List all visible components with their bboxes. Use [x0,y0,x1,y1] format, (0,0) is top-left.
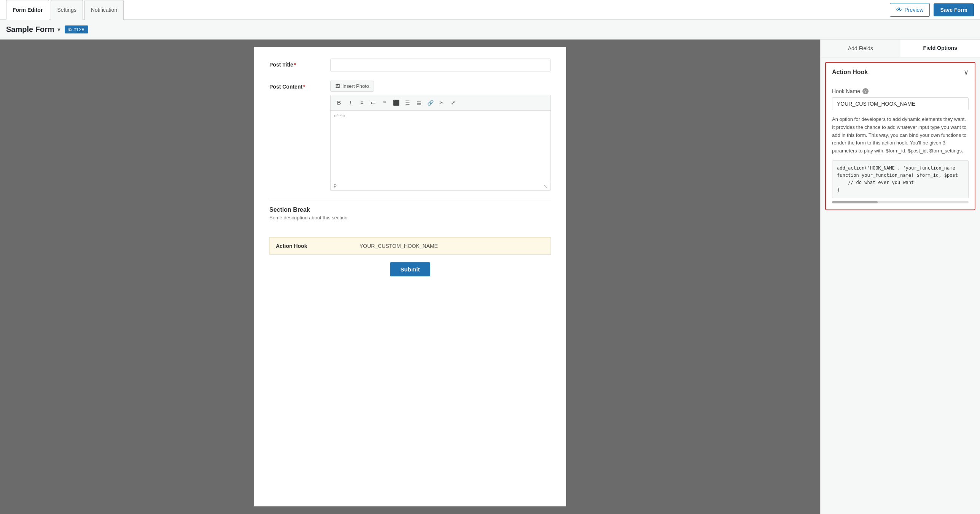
form-canvas: Post Title* Post Content* 🖼 Insert Photo [254,47,566,506]
section-divider [269,200,551,200]
panel-header: Action Hook ∨ [826,63,975,82]
help-icon[interactable]: ? [862,88,869,94]
align-right-button[interactable]: ▤ [414,97,424,108]
align-left-button[interactable]: ⬛ [391,97,401,108]
main-layout: Post Title* Post Content* 🖼 Insert Photo [0,40,980,514]
right-sidebar: Add Fields Field Options Action Hook ∨ H… [820,40,980,514]
post-title-field: Post Title* [269,59,551,71]
unlink-button[interactable]: ✂ [436,97,447,108]
required-indicator-2: * [303,84,305,90]
undo-button[interactable]: ↩ [334,112,339,119]
post-title-label: Post Title* [269,59,330,68]
panel-collapse-button[interactable]: ∨ [964,68,969,76]
hook-name-label: Hook Name ? [832,88,969,94]
section-break: Section Break Some description about thi… [269,200,551,228]
top-navigation: Form Editor Settings Notification 👁 Prev… [0,0,980,20]
sidebar-tab-bar: Add Fields Field Options [821,40,980,57]
rte-insert-area: 🖼 Insert Photo [330,81,551,92]
photo-icon: 🖼 [335,83,340,89]
panel-title: Action Hook [832,69,868,76]
rich-text-editor: B I ≡ ≔ ❝ ⬛ ☰ ▤ 🔗 ✂ ⤢ [330,95,551,191]
hook-description: An option for developers to add dynamic … [832,116,969,155]
action-hook-row-label: Action Hook [276,243,360,249]
eye-icon: 👁 [896,6,902,13]
unordered-list-button[interactable]: ≡ [356,97,367,108]
action-hook-panel: Action Hook ∨ Hook Name ? An option for … [825,62,975,210]
blockquote-button[interactable]: ❝ [379,97,390,108]
panel-body: Hook Name ? An option for developers to … [826,82,975,209]
code-scrollbar-thumb [832,201,878,203]
copy-icon: ⧉ [68,27,72,32]
header-actions: 👁 Preview Save Form [890,3,974,17]
tab-notification[interactable]: Notification [84,0,124,20]
section-break-title: Section Break [269,206,551,213]
insert-photo-label: Insert Photo [342,83,369,89]
code-line-1: add_action('HOOK_NAME', 'your_function_n… [837,165,964,172]
action-hook-row-value: YOUR_CUSTOM_HOOK_NAME [360,243,438,249]
rte-resize-handle[interactable]: ⤡ [544,184,547,189]
insert-photo-button[interactable]: 🖼 Insert Photo [330,81,374,92]
rte-paragraph-label: P [334,184,337,189]
code-scrollbar[interactable] [832,201,969,203]
post-title-content [330,59,551,71]
section-break-description: Some description about this section [269,215,551,221]
rte-toolbar: B I ≡ ≔ ❝ ⬛ ☰ ▤ 🔗 ✂ ⤢ [331,95,550,111]
save-form-button[interactable]: Save Form [934,3,974,16]
code-line-4: } [837,187,964,194]
post-content-field: Post Content* 🖼 Insert Photo B I ≡ [269,81,551,191]
preview-button[interactable]: 👁 Preview [890,3,930,17]
rte-undo-redo: ↩ ↪ [331,111,550,121]
code-line-3: // do what ever you want [837,179,964,186]
tab-field-options[interactable]: Field Options [900,40,980,57]
action-hook-row: Action Hook YOUR_CUSTOM_HOOK_NAME [269,237,551,255]
link-button[interactable]: 🔗 [425,97,436,108]
canvas-area: Post Title* Post Content* 🖼 Insert Photo [0,40,820,514]
form-id-badge: #128 [73,27,84,32]
post-title-input[interactable] [330,59,551,71]
rte-footer: P ⤡ [331,182,550,190]
sub-header: Sample Form ▾ ⧉ #128 [0,20,980,40]
hook-name-input[interactable] [832,97,969,110]
code-line-2: function your_function_name( $form_id, $… [837,172,964,179]
rte-content-area[interactable] [331,121,550,182]
sidebar-content: Action Hook ∨ Hook Name ? An option for … [821,57,980,514]
form-title: Sample Form ▾ [6,25,60,34]
tab-form-editor[interactable]: Form Editor [6,0,49,20]
submit-area: Submit [269,262,551,276]
fullscreen-button[interactable]: ⤢ [448,97,458,108]
italic-button[interactable]: I [345,97,356,108]
bold-button[interactable]: B [334,97,344,108]
submit-button[interactable]: Submit [390,262,431,276]
ordered-list-button[interactable]: ≔ [368,97,379,108]
tab-settings[interactable]: Settings [51,0,83,20]
chevron-down-icon[interactable]: ▾ [57,27,60,33]
form-badge: ⧉ #128 [65,25,88,33]
align-center-button[interactable]: ☰ [402,97,413,108]
tab-add-fields[interactable]: Add Fields [821,40,900,57]
form-title-text: Sample Form [6,25,54,34]
required-indicator: * [294,62,296,68]
code-block: add_action('HOOK_NAME', 'your_function_n… [832,160,969,198]
post-content-label: Post Content* [269,81,330,90]
tab-bar: Form Editor Settings Notification [6,0,124,20]
redo-button[interactable]: ↪ [340,112,345,119]
preview-label: Preview [905,7,924,13]
post-content-content: 🖼 Insert Photo B I ≡ ≔ ❝ ⬛ ☰ [330,81,551,191]
